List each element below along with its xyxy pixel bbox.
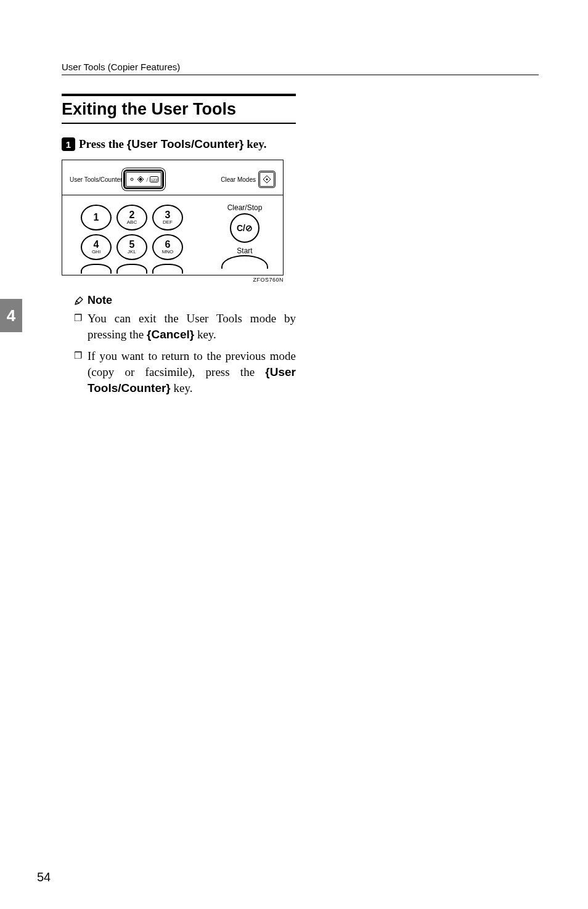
title-rule-top — [62, 94, 296, 96]
clear-stop-label: Clear/Stop — [214, 203, 276, 212]
strip-separator — [62, 195, 283, 195]
pencil-icon — [74, 296, 84, 306]
page-number: 54 — [37, 870, 51, 884]
step-1: 1 Press the {User Tools/Counter} key. — [62, 137, 296, 151]
key-3-num: 3 — [165, 210, 171, 220]
section-title: Exiting the User Tools — [62, 100, 296, 119]
note-item-1: You can exit the User Tools mode by pres… — [74, 311, 296, 342]
key-row3-3[interactable] — [152, 264, 183, 274]
note1-b: key. — [194, 328, 216, 341]
user-tools-counter-button[interactable]: / 123 — [125, 171, 163, 188]
key-2[interactable]: 2ABC — [116, 205, 147, 230]
key-row3-2[interactable] — [116, 264, 147, 274]
step-number-badge: 1 — [62, 137, 75, 151]
key-3-sub: DEF — [163, 220, 173, 225]
content-column: Exiting the User Tools 1 Press the {User… — [62, 94, 296, 396]
svg-text:123: 123 — [151, 178, 158, 182]
counter-icon: 123 — [150, 176, 158, 182]
key-4[interactable]: 4GHI — [81, 234, 112, 260]
user-tools-counter-text: User Tools/Counter — [70, 176, 122, 183]
user-tools-counter-label: User Tools/Counter — [131, 137, 239, 150]
cancel-label: Cancel — [151, 328, 189, 341]
svg-point-3 — [266, 179, 268, 181]
start-button[interactable] — [221, 255, 268, 269]
chapter-tab: 4 — [0, 299, 22, 332]
note2-b: key. — [171, 381, 193, 394]
bracket-close-icon: } — [166, 381, 170, 394]
start-label: Start — [214, 247, 276, 255]
clear-modes-text: Clear Modes — [221, 176, 256, 183]
key-6[interactable]: 6MNO — [152, 234, 183, 260]
clear-modes-button[interactable] — [258, 171, 276, 188]
key-row3-1[interactable] — [81, 264, 112, 274]
key-4-num: 4 — [94, 240, 99, 250]
key-4-sub: GHI — [92, 250, 100, 255]
key-5-num: 5 — [129, 240, 135, 250]
key-6-num: 6 — [165, 240, 171, 250]
dot-icon — [129, 176, 135, 182]
key-5[interactable]: 5JKL — [116, 234, 147, 260]
note-item-2: If you want to return to the previous mo… — [74, 348, 296, 396]
clear-stop-symbol: C/⊘ — [237, 223, 253, 233]
step-post: key. — [243, 137, 266, 150]
note-list: You can exit the User Tools mode by pres… — [74, 311, 296, 396]
slash-icon: / — [146, 176, 148, 183]
control-strip: User Tools/Counter / 123 Clear Modes — [70, 170, 276, 189]
clear-stop-button[interactable]: C/⊘ — [230, 213, 259, 243]
bracket-open-icon: { — [265, 365, 269, 378]
note-heading-text: Note — [88, 294, 112, 307]
header-rule — [62, 75, 539, 75]
note-heading: Note — [74, 294, 296, 307]
key-1-num: 1 — [94, 213, 99, 222]
diamond-icon — [137, 176, 144, 183]
keypad: 1 2ABC 3DEF 4GHI 5JKL 6MNO — [81, 205, 183, 290]
key-5-sub: JKL — [128, 250, 136, 255]
control-panel-illustration: User Tools/Counter / 123 Clear Modes 1 2… — [62, 160, 284, 275]
clear-modes-icon — [263, 175, 271, 184]
key-2-num: 2 — [129, 210, 135, 220]
key-3[interactable]: 3DEF — [152, 205, 183, 230]
step-pre: Press the — [79, 137, 127, 150]
key-1[interactable]: 1 — [81, 205, 112, 230]
running-header: User Tools (Copier Features) — [62, 62, 539, 72]
step-text: Press the {User Tools/Counter} key. — [79, 137, 266, 151]
title-rule-bottom — [62, 123, 296, 124]
svg-point-0 — [131, 178, 133, 181]
side-buttons: Clear/Stop C/⊘ Start — [214, 203, 276, 269]
page: User Tools (Copier Features) Exiting the… — [0, 0, 588, 909]
key-6-sub: MNO — [162, 250, 174, 255]
key-2-sub: ABC — [127, 220, 137, 225]
